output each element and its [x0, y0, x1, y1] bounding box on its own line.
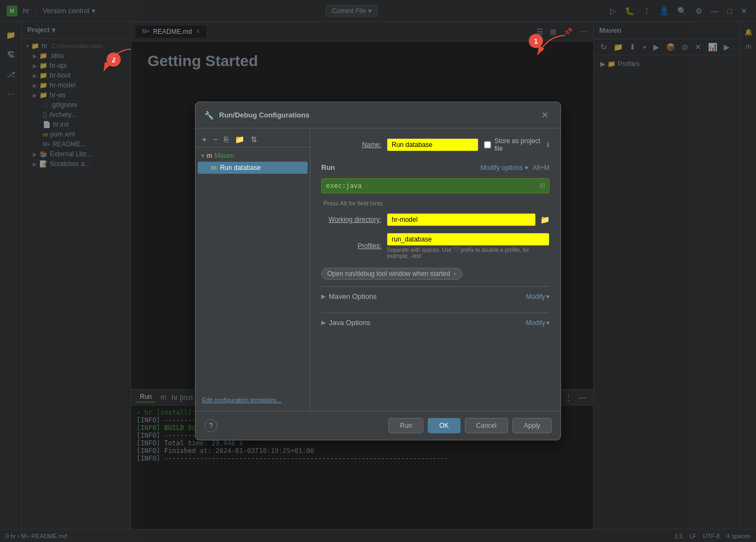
- java-options-label: Java Options: [329, 319, 370, 327]
- working-dir-label: Working directory:: [321, 216, 381, 223]
- profiles-input-container: Separate with spaces. Use "-" prefix to …: [387, 233, 550, 259]
- command-input-container: ⊟: [321, 178, 550, 193]
- dialog-title: Run/Debug Configurations: [219, 111, 533, 119]
- profiles-hint: Separate with spaces. Use "-" prefix to …: [387, 247, 550, 259]
- java-options-section: ▶ Java Options Modify ▾: [321, 313, 550, 332]
- java-modify-arrow: ▾: [546, 319, 550, 327]
- maven-modify-arrow: ▾: [546, 293, 550, 301]
- config-copy-btn[interactable]: ⎘: [222, 134, 231, 145]
- config-folder-btn[interactable]: 📁: [233, 134, 246, 145]
- profiles-row: Profiles: Separate with spaces. Use "-" …: [321, 233, 550, 259]
- tag-close-btn[interactable]: ×: [453, 271, 457, 277]
- java-modify-label: Modify: [526, 319, 545, 327]
- name-row: Name: Store as project file ℹ: [321, 137, 550, 152]
- edit-templates-link[interactable]: Edit configuration templates...: [196, 392, 310, 408]
- modify-options-label: Modify options: [481, 164, 523, 172]
- config-list-toolbar: + − ⎘ 📁 ⇅: [196, 132, 310, 148]
- name-label: Name:: [321, 141, 381, 149]
- apply-button[interactable]: Apply: [512, 418, 552, 433]
- tool-window-tag: Open run/debug tool window when started …: [321, 268, 463, 280]
- run-section-header: Run Modify options ▾ Alt+M: [321, 163, 550, 172]
- profiles-input[interactable]: [387, 233, 550, 246]
- help-button[interactable]: ?: [204, 419, 217, 432]
- footer-buttons: Run OK Cancel Apply: [388, 418, 552, 433]
- config-item-icon: m: [211, 164, 217, 172]
- tag-label: Open run/debug tool window when started: [327, 270, 450, 278]
- name-input[interactable]: [387, 138, 479, 151]
- maven-options-header[interactable]: ▶ Maven Options Modify ▾: [321, 287, 550, 306]
- command-input[interactable]: [321, 178, 550, 193]
- config-group-label: Maven: [215, 152, 234, 160]
- config-list: + − ⎘ 📁 ⇅ ▾ m Maven m Run database Edit …: [196, 128, 310, 411]
- dialog-title-icon: 🔧: [204, 111, 214, 120]
- maven-options-modify[interactable]: Modify ▾: [526, 293, 550, 301]
- store-info-icon: ℹ: [547, 141, 550, 149]
- maven-options-arrow: ▶: [321, 293, 326, 300]
- dialog-footer: ? Run OK Cancel Apply: [196, 411, 560, 440]
- java-options-title: ▶ Java Options: [321, 319, 370, 327]
- config-item-label: Run database: [220, 164, 261, 172]
- dialog-body: + − ⎘ 📁 ⇅ ▾ m Maven m Run database Edit …: [196, 128, 560, 411]
- tags-row: Open run/debug tool window when started …: [321, 268, 550, 280]
- store-as-project-row: Store as project file ℹ: [484, 137, 550, 152]
- cancel-button[interactable]: Cancel: [465, 418, 508, 433]
- working-dir-browse-btn[interactable]: 📁: [540, 215, 550, 224]
- config-add-btn[interactable]: +: [200, 134, 209, 145]
- store-as-project-label: Store as project file: [494, 137, 544, 152]
- run-dialog-btn[interactable]: Run: [388, 418, 423, 433]
- maven-options-section: ▶ Maven Options Modify ▾: [321, 286, 550, 306]
- maven-options-label: Maven Options: [329, 292, 376, 301]
- java-options-modify[interactable]: Modify ▾: [526, 319, 550, 327]
- maven-modify-label: Modify: [526, 293, 545, 301]
- modify-shortcut: Alt+M: [533, 164, 550, 172]
- maven-options-title: ▶ Maven Options: [321, 292, 376, 301]
- working-dir-row: Working directory: 📁: [321, 213, 550, 226]
- maven-group-icon: m: [206, 152, 212, 160]
- command-hint: Press Alt for field hints: [321, 200, 550, 207]
- modify-options-arrow: ▾: [525, 164, 528, 172]
- run-debug-dialog: 🔧 Run/Debug Configurations ✕ + − ⎘ 📁 ⇅ ▾…: [195, 102, 561, 440]
- profiles-label: Profiles:: [321, 242, 381, 250]
- config-sort-btn[interactable]: ⇅: [249, 134, 259, 145]
- command-expand-icon: ⊟: [540, 182, 545, 190]
- java-options-arrow: ▶: [321, 319, 326, 326]
- dialog-close-button[interactable]: ✕: [538, 109, 552, 121]
- config-item-run-database[interactable]: m Run database: [198, 162, 308, 174]
- config-form: Name: Store as project file ℹ Run Modify…: [310, 128, 560, 411]
- store-as-project-checkbox[interactable]: [484, 141, 491, 149]
- working-dir-input-row: 📁: [387, 213, 550, 226]
- config-group-arrow: ▾: [201, 152, 204, 160]
- java-options-header[interactable]: ▶ Java Options Modify ▾: [321, 313, 550, 332]
- modify-options-link[interactable]: Modify options ▾ Alt+M: [481, 164, 550, 172]
- config-group-maven[interactable]: ▾ m Maven: [196, 150, 310, 162]
- working-dir-input[interactable]: [387, 213, 536, 226]
- ok-button[interactable]: OK: [428, 418, 460, 433]
- config-remove-btn[interactable]: −: [211, 134, 220, 145]
- dialog-titlebar: 🔧 Run/Debug Configurations ✕: [196, 102, 560, 128]
- run-section-title: Run: [321, 163, 335, 172]
- dialog-overlay: 🔧 Run/Debug Configurations ✕ + − ⎘ 📁 ⇅ ▾…: [0, 0, 756, 542]
